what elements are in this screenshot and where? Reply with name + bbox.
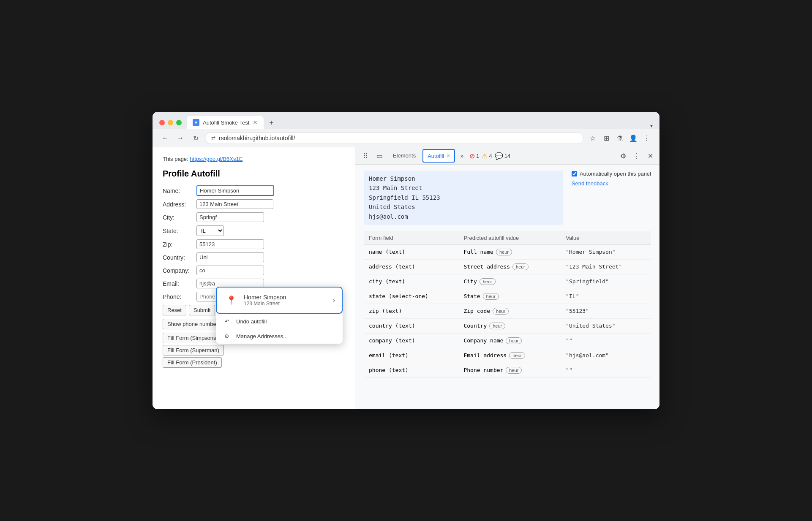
- name-input[interactable]: [196, 185, 274, 196]
- table-row: zip (text) Zip codeheur "55123": [364, 304, 651, 318]
- bookmark-icon[interactable]: ☆: [587, 132, 599, 144]
- show-phone-button[interactable]: Show phone number: [163, 319, 223, 329]
- address-bar[interactable]: ⇄ rsolomakhin.github.io/autofill/: [205, 132, 583, 144]
- tab-autofill[interactable]: Autofill ×: [422, 149, 455, 163]
- tab-elements[interactable]: Elements: [387, 149, 422, 163]
- forward-button[interactable]: →: [174, 132, 186, 144]
- more-tabs-button[interactable]: »: [456, 149, 468, 163]
- heur-badge: heur: [512, 263, 529, 270]
- heur-badge: heur: [506, 367, 522, 374]
- devtools-close-button[interactable]: ✕: [644, 150, 656, 162]
- devtools-gear-button[interactable]: ⚙: [617, 150, 629, 162]
- page-link[interactable]: https://goo.gl/B6Xs1E: [190, 156, 243, 162]
- table-row: company (text) Company nameheur "": [364, 333, 651, 348]
- heur-badge: heur: [480, 278, 496, 285]
- zip-input[interactable]: [196, 239, 264, 249]
- location-icon: 📍: [223, 293, 239, 308]
- send-feedback-link[interactable]: Send feedback: [572, 180, 651, 187]
- traffic-lights: [159, 120, 182, 125]
- undo-icon: ↶: [223, 318, 231, 325]
- close-button[interactable]: [159, 120, 165, 125]
- autofill-table: Form field Predicted autofill value Valu…: [364, 231, 651, 378]
- name-label: Name:: [163, 187, 196, 194]
- back-button[interactable]: ←: [159, 132, 171, 144]
- submit-button[interactable]: Submit: [189, 305, 215, 315]
- field-cell: state (select-one): [364, 289, 458, 304]
- minimize-button[interactable]: [168, 120, 173, 125]
- address-line-5: hjs@aol.com: [369, 212, 558, 221]
- page-content: This page: https://goo.gl/B6Xs1E Profile…: [153, 147, 659, 409]
- address-input[interactable]: [196, 199, 273, 209]
- active-tab[interactable]: A Autofill Smoke Test ✕: [187, 116, 264, 129]
- undo-label: Undo autofill: [236, 318, 267, 325]
- table-row: state (select-one) Stateheur "IL": [364, 289, 651, 304]
- devtools-inspect-icon[interactable]: ⠿: [359, 149, 372, 163]
- tab-dropdown-button[interactable]: ▾: [650, 123, 653, 129]
- field-cell: phone (text): [364, 363, 458, 377]
- tab-autofill-close-icon[interactable]: ×: [447, 152, 450, 159]
- lab-icon[interactable]: ⚗: [614, 132, 626, 144]
- fill-president-button[interactable]: Fill Form (President): [163, 357, 222, 368]
- email-label: Email:: [163, 280, 196, 287]
- msg-count: 14: [504, 153, 510, 159]
- value-cell: "": [561, 333, 651, 348]
- warn-icon: ⚠: [482, 152, 488, 160]
- field-cell: company (text): [364, 333, 458, 348]
- tab-close-icon[interactable]: ✕: [253, 119, 258, 126]
- menu-icon[interactable]: ⋮: [641, 132, 653, 144]
- error-count: 1: [476, 153, 479, 159]
- address-line-1: Homer Simpson: [369, 174, 558, 183]
- value-cell: "": [561, 363, 651, 377]
- heur-badge: heur: [489, 323, 505, 329]
- warn-badge: ⚠ 4: [482, 152, 492, 160]
- value-cell: "United States": [561, 318, 651, 333]
- tab-autofill-label: Autofill: [428, 153, 444, 159]
- page-title: Profile Autofill: [163, 169, 345, 179]
- profile-icon[interactable]: 👤: [627, 132, 639, 144]
- form-name-row: Name:: [163, 185, 345, 196]
- reset-button[interactable]: Reset: [163, 305, 186, 315]
- auto-open-label[interactable]: Automatically open this panel: [572, 171, 651, 177]
- city-input[interactable]: [196, 212, 264, 222]
- devtools-device-icon[interactable]: ▭: [372, 149, 387, 163]
- field-cell: city (text): [364, 274, 458, 289]
- tab-favicon: A: [193, 119, 199, 126]
- extensions-icon[interactable]: ⊞: [600, 132, 612, 144]
- undo-autofill-button[interactable]: ↶ Undo autofill: [216, 314, 343, 329]
- page-link-line: This page: https://goo.gl/B6Xs1E: [163, 156, 345, 162]
- dropdown-profile-text: Homer Simpson 123 Main Street: [244, 294, 333, 307]
- state-select[interactable]: IL: [196, 225, 224, 236]
- fill-simpsons-button[interactable]: Fill Form (Simpsons): [163, 333, 223, 343]
- manage-addresses-button[interactable]: ⚙ Manage Addresses...: [216, 329, 343, 344]
- address-text: rsolomakhin.github.io/autofill/: [219, 135, 295, 141]
- country-input[interactable]: [196, 252, 264, 262]
- address-bar-security-icon: ⇄: [211, 135, 215, 141]
- table-row: country (text) Countryheur "United State…: [364, 318, 651, 333]
- nav-icons: ☆ ⊞ ⚗ 👤 ⋮: [587, 132, 653, 144]
- heur-badge: heur: [509, 352, 525, 359]
- dropdown-profile-name: Homer Simpson: [244, 294, 333, 301]
- heur-badge: heur: [506, 337, 522, 344]
- predicted-cell: Full nameheur: [458, 244, 561, 259]
- value-cell: "Homer Simpson": [561, 244, 651, 259]
- fill-superman-button[interactable]: Fill Form (Superman): [163, 345, 224, 355]
- country-label: Country:: [163, 254, 196, 261]
- auto-open-checkbox[interactable]: [572, 171, 577, 176]
- form-company-row: Company:: [163, 266, 345, 275]
- predicted-cell: Stateheur: [458, 289, 561, 304]
- maximize-button[interactable]: [176, 120, 182, 125]
- table-row: email (text) Email addressheur "hjs@aol.…: [364, 348, 651, 363]
- refresh-button[interactable]: ↻: [190, 132, 202, 144]
- company-input[interactable]: [196, 266, 264, 275]
- new-tab-button[interactable]: +: [265, 117, 277, 129]
- address-label: Address:: [163, 201, 196, 208]
- city-label: City:: [163, 214, 196, 221]
- dropdown-profile-address: 123 Main Street: [244, 301, 333, 307]
- autofill-profile-item[interactable]: 📍 Homer Simpson 123 Main Street ›: [216, 287, 343, 314]
- devtools-panel: ⠿ ▭ Elements Autofill × » ⊘ 1 ⚠ 4: [355, 147, 659, 409]
- address-line-4: United States: [369, 202, 558, 212]
- predicted-cell: Street addressheur: [458, 259, 561, 274]
- col-header-value: Value: [561, 231, 651, 245]
- devtools-more-button[interactable]: ⋮: [631, 150, 643, 162]
- nav-bar: ← → ↻ ⇄ rsolomakhin.github.io/autofill/ …: [153, 129, 659, 147]
